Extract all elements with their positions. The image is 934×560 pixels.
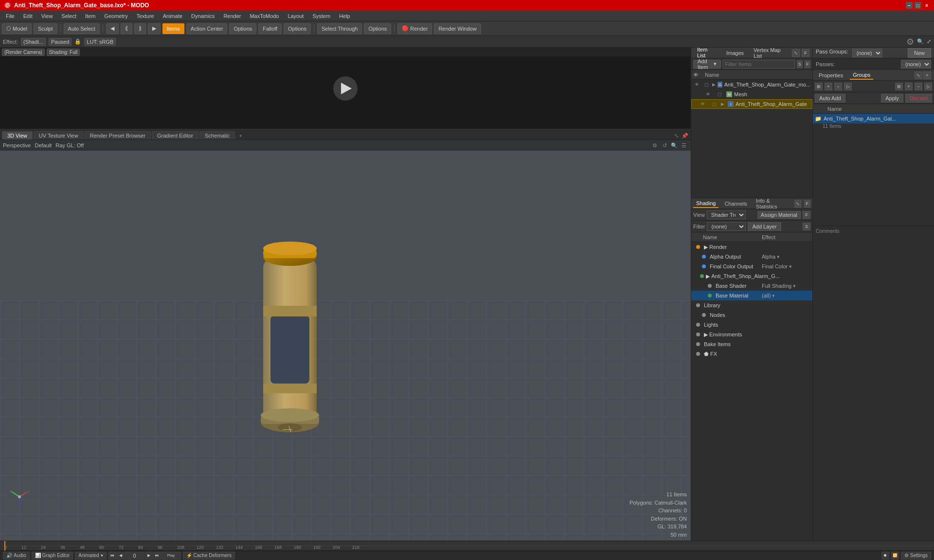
items-btn[interactable]: Items (162, 23, 184, 34)
add-item-btn[interactable]: Add Item ▾ (693, 60, 721, 69)
render-camera-label[interactable]: (Render Camera) (2, 49, 45, 56)
shader-f-icon[interactable]: F (803, 211, 810, 219)
menu-view[interactable]: View (37, 12, 57, 20)
tab-images[interactable]: Images (723, 49, 747, 57)
viewport-zoom2-icon[interactable]: 🔍 (670, 141, 678, 149)
view-raygl[interactable]: Ray GL: Off (55, 142, 84, 148)
menu-file[interactable]: File (2, 12, 18, 20)
options2-btn[interactable]: Options (284, 23, 311, 34)
maximize-btn[interactable]: □ (915, 2, 921, 9)
shader-row-nodes[interactable]: Nodes (691, 310, 812, 320)
groups-expand-icon[interactable]: ⤡ (915, 71, 922, 79)
shader-row-base-material[interactable]: Base Material (all) ▾ (691, 291, 812, 300)
tab-uv-texture[interactable]: UV Texture View (34, 131, 84, 140)
menu-edit[interactable]: Edit (19, 12, 36, 20)
tab-schematic[interactable]: Schematic (199, 131, 235, 140)
groups-icon6[interactable]: + (905, 83, 913, 90)
nav-btn3[interactable]: ⟫ (134, 23, 146, 34)
shader-row-environments[interactable]: ▶ Environments (691, 330, 812, 339)
view-camera[interactable]: Default (35, 142, 52, 148)
settings-btn[interactable]: ⚙ Settings (901, 552, 931, 560)
pass-groups-select[interactable]: (none) (852, 49, 882, 57)
tree-item-mesh[interactable]: 👁 ▢ M Mesh (691, 89, 812, 99)
groups-icon2[interactable]: + (825, 83, 832, 90)
tab-properties[interactable]: Properties (816, 71, 846, 79)
close-btn[interactable]: × (923, 2, 930, 9)
shader-row-lights[interactable]: Lights (691, 320, 812, 330)
shader-row-group[interactable]: ▶ Anti_Theft_Shop_Alarm_G... (691, 271, 812, 281)
mode-model-btn[interactable]: ⬡ Model (2, 23, 32, 34)
tree-item-group[interactable]: 👁 ▢ ▶ G Anti_Theft_Shop_Alarm_Gate_mo... (691, 80, 812, 89)
tab-groups[interactable]: Groups (850, 71, 873, 80)
add-layer-btn[interactable]: Add Layer (748, 222, 781, 231)
shading-label[interactable]: Shading: Full (47, 49, 80, 56)
prev-frame-btn[interactable]: ◀ (117, 552, 125, 560)
menu-help[interactable]: Help (335, 12, 354, 20)
paused-btn[interactable]: Paused (49, 38, 72, 46)
menu-render[interactable]: Render (219, 12, 245, 20)
tab-add-btn[interactable]: + (236, 132, 245, 140)
shader-row-final-color[interactable]: Final Color Output Final Color ▾ (691, 262, 812, 271)
menu-animate[interactable]: Animate (159, 12, 186, 20)
nav-btn2[interactable]: ⟪ (121, 23, 132, 34)
shader-row-render[interactable]: ▶ Render (691, 242, 812, 252)
menu-geometry[interactable]: Geometry (100, 12, 131, 20)
shader-panel-pin-icon[interactable]: F (804, 200, 810, 208)
panel-expand-icon[interactable]: ⤡ (792, 49, 800, 57)
discard-btn[interactable]: Discard (905, 94, 932, 103)
settings-icon[interactable]: ⚙ (906, 36, 914, 47)
shader-filter-select[interactable]: (none) (707, 222, 746, 231)
filter-settings-icon[interactable]: S (797, 60, 803, 68)
tab-shading[interactable]: Shading (693, 199, 718, 208)
auto-select-btn[interactable]: Auto Select (64, 23, 100, 34)
menu-dynamics[interactable]: Dynamics (187, 12, 218, 20)
assign-material-btn[interactable]: Assign Material (757, 211, 801, 219)
tab-3d-view[interactable]: 3D View (2, 131, 33, 140)
expand-icon[interactable]: ⤢ (927, 38, 931, 45)
lut-value[interactable]: LUT: sRGB (84, 38, 116, 46)
tab-render-preset[interactable]: Render Preset Browser (85, 131, 151, 140)
shader-panel-expand-icon[interactable]: ⤡ (794, 200, 801, 208)
viewport-pin-icon[interactable]: 📌 (681, 132, 689, 140)
shader-row-bake[interactable]: Bake Items (691, 339, 812, 349)
nav-btn1[interactable]: ◀ (106, 23, 119, 34)
menu-item[interactable]: Item (81, 12, 99, 20)
nav-btn4[interactable]: ▶ (148, 23, 161, 34)
groups-add-icon[interactable]: + (923, 71, 931, 79)
view-perspective[interactable]: Perspective (3, 142, 31, 148)
menu-select[interactable]: Select (57, 12, 80, 20)
menu-system[interactable]: System (308, 12, 334, 20)
tab-gradient[interactable]: Gradient Editor (152, 131, 198, 140)
effect-value[interactable]: (Shadi... (21, 38, 46, 46)
viewport-expand-icon[interactable]: ⤡ (672, 132, 680, 140)
render-btn[interactable]: 🔴 Render (397, 23, 432, 34)
groups-icon5[interactable]: ⊞ (895, 83, 903, 90)
cache-deformers-btn[interactable]: ⚡ Cache Deformers (183, 552, 235, 560)
viewport-menu-icon[interactable]: ☰ (680, 141, 688, 149)
filter-fn-icon[interactable]: F (805, 60, 810, 68)
groups-icon7[interactable]: − (915, 83, 922, 90)
timeline-marks[interactable]: 0 12 24 36 48 60 72 84 96 108 120 132 14… (2, 541, 932, 550)
shader-row-base-shader[interactable]: Base Shader Full Shading ▾ (691, 281, 812, 291)
options1-btn[interactable]: Options (229, 23, 256, 34)
tab-channels[interactable]: Channels (721, 200, 750, 208)
apply-btn[interactable]: Apply (881, 94, 903, 103)
select-through-btn[interactable]: Select Through (317, 23, 362, 34)
graph-editor-btn[interactable]: 📊 Graph Editor (32, 552, 73, 560)
play-btn[interactable]: Play (162, 552, 181, 560)
menu-texture[interactable]: Texture (133, 12, 158, 20)
panel-pin-icon[interactable]: F (802, 49, 809, 57)
menu-layout[interactable]: Layout (284, 12, 307, 20)
groups-icon3[interactable]: − (834, 83, 842, 90)
shader-view-select[interactable]: Shader Tree (707, 210, 746, 219)
material-dropdown-icon[interactable]: ▾ (772, 293, 775, 298)
falloff-btn[interactable]: Falloff (258, 23, 282, 34)
skip-back-btn[interactable]: ⏮ (108, 552, 116, 560)
shader-row-alpha[interactable]: Alpha Output Alpha ▾ (691, 252, 812, 262)
auto-add-btn[interactable]: Auto Add (815, 94, 845, 103)
groups-icon4[interactable]: ▷ (844, 83, 852, 90)
shader-row-fx[interactable]: ⬟ FX (691, 349, 812, 359)
shader-row-library[interactable]: Library (691, 300, 812, 310)
effect-dropdown-icon[interactable]: ▾ (777, 254, 780, 260)
tab-info[interactable]: Info & Statistics (753, 197, 789, 210)
